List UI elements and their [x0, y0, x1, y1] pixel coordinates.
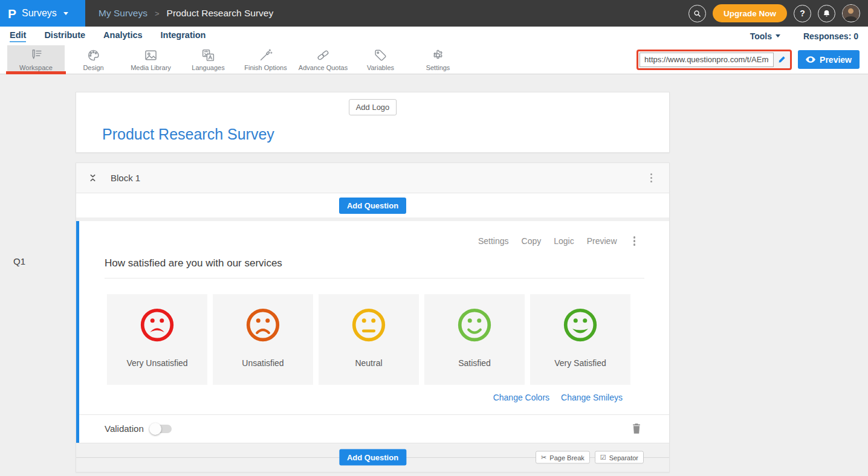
palette-icon [86, 48, 101, 63]
change-colors-link[interactable]: Change Colors [493, 393, 549, 402]
smiley-option-satisfied[interactable]: Satisfied [424, 294, 525, 385]
translate-icon [201, 48, 216, 63]
add-question-button-bottom[interactable]: Add Question [339, 449, 406, 466]
breadcrumb-separator: > [155, 9, 160, 18]
eye-icon [806, 56, 815, 63]
toolbar-item-variables[interactable]: Variables [352, 45, 409, 74]
workspace-icon [28, 48, 44, 63]
checkbox-checked-icon: ☑ [600, 454, 606, 462]
responses-count: Responses: 0 [803, 31, 858, 41]
scissors-icon: ✂ [541, 454, 546, 462]
block-footer: Add Question ✂Page Break ☑Separator [76, 443, 669, 472]
question-copy-link[interactable]: Copy [522, 236, 542, 246]
smiley-option-neutral[interactable]: Neutral [319, 294, 419, 385]
toolbar-item-finish-options[interactable]: Finish Options [237, 45, 294, 74]
tab-distribute[interactable]: Distribute [44, 30, 85, 42]
tab-analytics[interactable]: Analytics [103, 30, 142, 42]
tools-menu[interactable]: Tools [750, 31, 780, 41]
question-settings-link[interactable]: Settings [478, 236, 509, 246]
neutral-smiley-icon [350, 306, 387, 344]
toolbar-item-settings[interactable]: Settings [409, 45, 467, 74]
smiley-option-very-satisfied[interactable]: Very Satisfied [530, 294, 630, 385]
question-logic-link[interactable]: Logic [554, 236, 574, 246]
breadcrumb-current: Product Research Survey [167, 8, 274, 19]
breadcrumb-my-surveys[interactable]: My Surveys [99, 8, 147, 19]
pencil-icon [778, 56, 786, 63]
question-menu-icon[interactable] [631, 234, 638, 248]
add-question-button-top[interactable]: Add Question [339, 198, 406, 214]
chevron-down-icon [776, 34, 780, 37]
section-tabbar: EditDistributeAnalyticsIntegration Tools… [0, 27, 868, 45]
help-icon: ? [800, 8, 805, 18]
image-icon [143, 48, 158, 63]
chevron-down-icon [63, 12, 68, 15]
validation-label: Validation [105, 423, 144, 434]
toolbar-item-advance-quotas[interactable]: Advance Quotas [294, 45, 352, 74]
block-card: Block 1 Add Question Q1 Settings Copy Lo… [76, 162, 670, 472]
preview-button[interactable]: Preview [798, 50, 860, 69]
smiley-options: Very UnsatisfiedUnsatisfiedNeutralSatisf… [107, 294, 669, 385]
upgrade-button[interactable]: Upgrade Now [713, 4, 787, 22]
question-title[interactable]: How satisfied are you with our services [105, 257, 644, 278]
survey-url-input[interactable] [640, 53, 774, 67]
wand-icon [258, 48, 273, 63]
top-header: P Surveys My Surveys > Product Research … [0, 0, 868, 27]
app-logo[interactable]: P Surveys [0, 0, 85, 27]
question-preview-link[interactable]: Preview [587, 236, 617, 246]
tab-edit[interactable]: Edit [10, 30, 26, 42]
block-menu-icon[interactable] [648, 171, 655, 185]
validation-row: Validation [79, 414, 669, 443]
breadcrumb: My Surveys > Product Research Survey [99, 8, 273, 19]
edit-toolbar: WorkspaceDesignMedia LibraryLanguagesFin… [0, 45, 868, 74]
gear-icon [430, 48, 445, 63]
toolbar-item-design[interactable]: Design [65, 45, 122, 74]
search-icon [693, 9, 702, 18]
block-header: Block 1 [76, 163, 669, 193]
header-actions: Upgrade Now ? [688, 4, 868, 22]
question-actions: Settings Copy Logic Preview [79, 221, 669, 248]
workspace-main: Add Logo Product Research Survey Block 1… [0, 74, 868, 472]
avatar[interactable] [842, 4, 860, 22]
question-number: Q1 [13, 256, 25, 266]
tab-integration[interactable]: Integration [161, 30, 206, 42]
survey-header-card: Add Logo Product Research Survey [76, 92, 670, 153]
smiley-option-label: Very Satisfied [554, 358, 606, 368]
question-card: Q1 Settings Copy Logic Preview How satis… [76, 221, 669, 443]
help-button[interactable]: ? [794, 5, 811, 22]
smiley-option-label: Satisfied [458, 358, 491, 368]
nav-tabs: EditDistributeAnalyticsIntegration [10, 30, 206, 42]
validation-toggle[interactable] [151, 425, 172, 433]
questionpro-logo-icon: P [8, 7, 16, 20]
change-smileys-link[interactable]: Change Smileys [561, 393, 623, 402]
bell-icon [822, 9, 831, 18]
block-title[interactable]: Block 1 [111, 173, 140, 183]
toolbar-item-workspace[interactable]: Workspace [7, 45, 65, 74]
delete-question-button[interactable] [632, 423, 641, 434]
survey-title[interactable]: Product Research Survey [102, 126, 274, 143]
search-button[interactable] [688, 5, 706, 22]
toolbar-items: WorkspaceDesignMedia LibraryLanguagesFin… [7, 45, 467, 74]
smiley-option-label: Neutral [355, 358, 382, 368]
trash-icon [632, 423, 641, 434]
toolbar-item-languages[interactable]: Languages [180, 45, 237, 74]
notifications-button[interactable] [818, 5, 835, 22]
toolbar-item-media-library[interactable]: Media Library [122, 45, 180, 74]
separator-button[interactable]: ☑Separator [595, 451, 644, 464]
smiley-option-label: Unsatisfied [242, 358, 283, 368]
tag-icon [373, 48, 388, 63]
smile-filled-smiley-icon [562, 306, 599, 344]
frown-filled-smiley-icon [138, 306, 176, 344]
smiley-option-unsatisfied[interactable]: Unsatisfied [213, 294, 313, 385]
smiley-option-label: Very Unsatisfied [126, 358, 187, 368]
smile-smiley-icon [456, 306, 493, 344]
smiley-option-very-unsatisfied[interactable]: Very Unsatisfied [107, 294, 207, 385]
collapse-block-icon[interactable] [89, 173, 97, 183]
product-switcher-label: Surveys [22, 8, 57, 19]
add-logo-button[interactable]: Add Logo [349, 99, 397, 115]
survey-url-field [636, 50, 792, 70]
frown-smiley-icon [244, 306, 282, 344]
page-break-button[interactable]: ✂Page Break [536, 451, 590, 464]
edit-url-button[interactable] [774, 56, 790, 63]
link-icon [316, 48, 331, 63]
